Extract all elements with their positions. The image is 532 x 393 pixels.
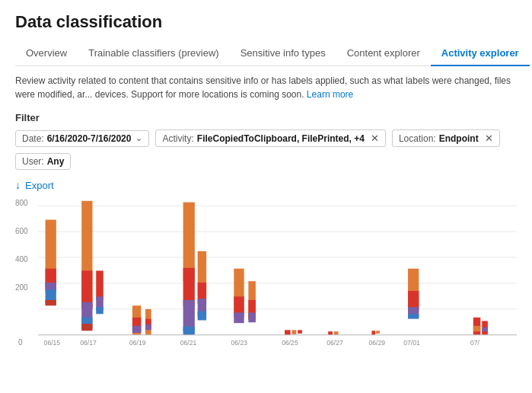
- page-description: Review activity related to content that …: [15, 74, 517, 101]
- filter-chip-location[interactable]: Location: Endpoint ✕: [392, 129, 500, 147]
- filter-chip-user[interactable]: User: Any: [15, 153, 71, 170]
- date-chip-label: Date:: [22, 133, 44, 144]
- svg-rect-40: [292, 330, 297, 334]
- svg-text:07/01: 07/01: [403, 340, 420, 347]
- tab-content[interactable]: Content explorer: [336, 41, 431, 66]
- activity-chip-value: FileCopiedToClipboard, FilePrinted, +4: [197, 133, 365, 144]
- svg-rect-44: [371, 331, 375, 335]
- svg-text:07/: 07/: [470, 340, 480, 347]
- location-chip-label: Location:: [399, 133, 436, 144]
- svg-rect-24: [145, 324, 151, 330]
- activity-chip-label: Activity:: [162, 133, 193, 144]
- svg-rect-49: [408, 314, 419, 318]
- svg-rect-51: [473, 326, 481, 331]
- user-chip-value: Any: [47, 156, 65, 167]
- svg-text:06/25: 06/25: [282, 340, 298, 347]
- tab-activity[interactable]: Activity explorer: [431, 41, 530, 66]
- svg-rect-32: [198, 312, 206, 321]
- y-label-200: 200: [15, 283, 28, 292]
- svg-text:06/23: 06/23: [231, 340, 248, 347]
- svg-rect-28: [183, 327, 195, 335]
- svg-rect-10: [46, 300, 56, 305]
- bar-chart: 06/15 06/17 06/19 06/21 06/23 06/25 06/2…: [15, 199, 517, 389]
- svg-rect-16: [96, 270, 104, 300]
- tab-sensitive[interactable]: Sensitive info types: [230, 41, 336, 66]
- svg-rect-45: [376, 331, 380, 334]
- svg-text:06/27: 06/27: [327, 340, 343, 347]
- svg-rect-41: [298, 330, 302, 334]
- learn-more-link[interactable]: Learn more: [307, 89, 353, 100]
- filter-chip-activity[interactable]: Activity: FileCopiedToClipboard, FilePri…: [155, 129, 385, 147]
- svg-rect-38: [248, 312, 256, 322]
- export-icon: ↓: [15, 179, 21, 191]
- svg-rect-43: [334, 331, 339, 335]
- user-chip-label: User:: [22, 156, 44, 167]
- svg-rect-35: [234, 312, 244, 323]
- export-button[interactable]: ↓ Export: [15, 179, 517, 191]
- svg-rect-53: [482, 328, 488, 332]
- svg-rect-15: [81, 324, 92, 331]
- nav-tabs: Overview Trainable classifiers (preview)…: [15, 41, 517, 66]
- y-label-0: 0: [18, 338, 23, 347]
- location-chip-value: Endpoint: [439, 133, 479, 144]
- svg-text:06/17: 06/17: [80, 340, 97, 347]
- y-label-600: 600: [15, 227, 28, 235]
- filter-chip-date[interactable]: Date: 6/16/2020-7/16/2020 ⌄: [15, 130, 149, 147]
- svg-rect-42: [328, 331, 333, 335]
- date-chip-value: 6/16/2020-7/16/2020: [47, 133, 132, 144]
- svg-text:06/19: 06/19: [129, 340, 146, 347]
- tab-trainable[interactable]: Trainable classifiers (preview): [78, 41, 229, 66]
- svg-rect-18: [96, 307, 104, 314]
- filter-label: Filter: [15, 112, 517, 123]
- export-label: Export: [25, 180, 54, 191]
- activity-chip-close[interactable]: ✕: [371, 133, 379, 144]
- svg-text:06/15: 06/15: [44, 340, 61, 347]
- y-label-800: 800: [15, 199, 28, 207]
- page-title: Data classification: [15, 12, 517, 32]
- location-chip-close[interactable]: ✕: [485, 133, 493, 144]
- svg-text:06/21: 06/21: [180, 340, 197, 347]
- chevron-down-icon: ⌄: [135, 133, 142, 143]
- tab-overview[interactable]: Overview: [15, 41, 78, 66]
- svg-rect-39: [285, 330, 291, 334]
- filter-row: Date: 6/16/2020-7/16/2020 ⌄ Activity: Fi…: [15, 129, 517, 170]
- svg-rect-21: [132, 326, 141, 333]
- y-label-400: 400: [15, 255, 28, 264]
- svg-text:06/29: 06/29: [369, 340, 386, 347]
